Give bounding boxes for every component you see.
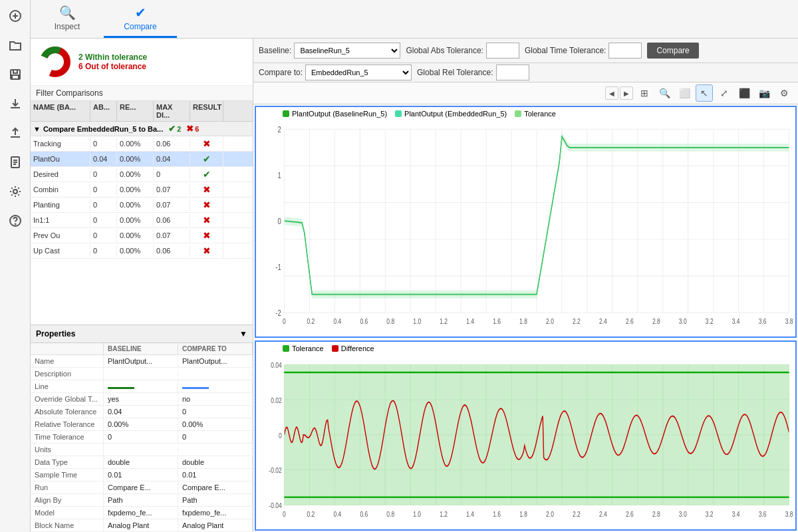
prop-label: Block Name [31, 519, 104, 531]
group-out-badge: ✖ 6 [186, 124, 199, 134]
cell-max: 0 [154, 168, 190, 180]
cursor-icon[interactable]: ↖ [696, 84, 713, 102]
props-rows-container: Name PlantOutput... PlantOutput... Descr… [31, 355, 253, 532]
svg-text:1.0: 1.0 [413, 509, 421, 517]
zoom-box-icon[interactable]: ⬜ [676, 84, 693, 102]
add-icon[interactable] [5, 5, 26, 27]
prev-arrow[interactable]: ◀ [605, 86, 618, 100]
props-row: Override Global T... yes no [31, 393, 253, 406]
cell-status: ✖ [190, 213, 223, 227]
cell-ab: 0 [90, 138, 117, 150]
legend2-difference: Difference [332, 344, 374, 352]
compare-button[interactable]: Compare [647, 43, 698, 59]
props-row: Units [31, 444, 253, 456]
svg-text:3.6: 3.6 [759, 317, 767, 325]
prop-compare-value: Path [178, 494, 253, 506]
table-row[interactable]: Desired 0 0.00% 0 ✔ [31, 167, 253, 182]
charts-area: PlantOutput (BaselineRun_5) PlantOutput … [253, 104, 798, 532]
cell-re: 0.00% [117, 245, 154, 257]
line-baseline-indicator [108, 387, 134, 389]
document-icon[interactable] [5, 152, 26, 173]
prop-compare-value: 0.00% [178, 418, 253, 430]
svg-text:2.4: 2.4 [599, 509, 607, 517]
cell-name: Prev Ou [31, 229, 90, 241]
svg-text:2.8: 2.8 [652, 509, 660, 517]
props-row: Sample Time 0.01 0.01 [31, 469, 253, 481]
svg-text:2.8: 2.8 [652, 317, 660, 325]
col-result: RESULT [190, 101, 223, 121]
svg-text:-0.04: -0.04 [269, 501, 282, 509]
svg-text:1: 1 [277, 171, 281, 180]
summary-donut [39, 45, 72, 78]
svg-text:3.8: 3.8 [785, 317, 793, 325]
download-icon[interactable] [5, 93, 26, 114]
global-abs-tol-input[interactable]: 0 [486, 43, 519, 59]
svg-text:0.4: 0.4 [333, 317, 341, 325]
svg-text:1.4: 1.4 [466, 509, 474, 517]
upload-icon[interactable] [5, 122, 26, 144]
prop-label: Units [31, 444, 104, 456]
prop-compare-value: no [178, 393, 253, 405]
global-rel-tol-input[interactable]: 0 [496, 65, 529, 80]
baseline-select[interactable]: BaselineRun_5 [294, 43, 400, 59]
svg-text:0.6: 0.6 [360, 317, 368, 325]
zoom-in-icon[interactable]: 🔍 [656, 84, 673, 102]
cross-icon: ✖ [203, 245, 211, 256]
next-arrow[interactable]: ▶ [620, 86, 633, 100]
svg-point-10 [13, 190, 17, 194]
svg-text:3.2: 3.2 [706, 509, 714, 517]
compare-to-select[interactable]: EmbeddedRun_5 [305, 65, 412, 80]
prop-label: Model [31, 507, 104, 519]
tab-compare[interactable]: ✔ Compare [104, 0, 177, 38]
gear-icon[interactable]: ⚙ [775, 84, 793, 102]
table-row[interactable]: Up Cast 0 0.00% 0.06 ✖ [31, 243, 253, 259]
properties-collapse-icon: ▼ [239, 329, 247, 338]
svg-text:2.0: 2.0 [546, 317, 554, 325]
cell-ab: 0 [90, 229, 117, 241]
svg-text:0: 0 [277, 217, 281, 225]
properties-header[interactable]: Properties ▼ [31, 325, 253, 343]
table-row[interactable]: PlantOu 0.04 0.00% 0.04 ✔ [31, 152, 253, 167]
cross-icon: ✖ [203, 184, 211, 195]
svg-text:2.6: 2.6 [626, 317, 634, 325]
prop-compare-value: Analog Plant [178, 519, 253, 531]
save-icon[interactable] [5, 64, 26, 85]
summary-area: 2 Within tolerance 6 Out of tolerance [31, 39, 253, 86]
chart2-legend: Tolerance Difference [283, 344, 374, 352]
cell-ab: 0 [90, 214, 117, 226]
help-icon[interactable] [5, 210, 26, 231]
svg-rect-5 [12, 75, 19, 79]
prop-baseline-value: double [104, 456, 178, 468]
cell-status: ✖ [190, 228, 223, 243]
chart2-svg: 0.040.020-0.02-0.0400.20.40.60.81.01.21.… [256, 342, 795, 529]
global-time-tol-input[interactable]: 0 [608, 43, 642, 59]
folder-icon[interactable] [5, 35, 26, 56]
tab-inspect[interactable]: 🔍 Inspect [31, 0, 104, 38]
legend-baseline-label: PlantOutput (BaselineRun_5) [292, 110, 387, 118]
svg-text:2.2: 2.2 [573, 509, 581, 517]
table-row[interactable]: In1:1 0 0.00% 0.06 ✖ [31, 213, 253, 228]
cell-max: 0.07 [154, 199, 190, 211]
chart-toolbar: Baseline: BaselineRun_5 Global Abs Toler… [253, 39, 798, 63]
settings-icon[interactable] [5, 181, 26, 202]
content-area: 2 Within tolerance 6 Out of tolerance Fi… [31, 39, 798, 532]
cell-name: Tracking [31, 138, 90, 150]
cell-ab: 0 [90, 245, 117, 257]
table-row[interactable]: Prev Ou 0 0.00% 0.07 ✖ [31, 228, 253, 243]
svg-text:2.4: 2.4 [599, 317, 607, 325]
svg-text:3.6: 3.6 [759, 509, 767, 517]
expand-icon[interactable]: ⤢ [716, 84, 733, 102]
table-group-row[interactable]: ▼ Compare EmbeddedRun_5 to Ba... ✔ 2 ✖ 6 [31, 122, 253, 136]
cell-status: ✔ [190, 167, 223, 182]
svg-text:3.4: 3.4 [732, 509, 740, 517]
table-row[interactable]: Combin 0 0.00% 0.07 ✖ [31, 182, 253, 198]
table-row[interactable]: Tracking 0 0.00% 0.06 ✖ [31, 136, 253, 152]
cell-name: PlantOu [31, 153, 90, 165]
prop-baseline-value: fxpdemo_fe... [104, 507, 178, 519]
filter-label: Filter Comparisons [31, 86, 253, 101]
fit-icon[interactable]: ⊞ [636, 84, 653, 102]
svg-text:1.8: 1.8 [519, 509, 527, 517]
window-icon[interactable]: ⬛ [735, 84, 753, 102]
table-row[interactable]: Planting 0 0.00% 0.07 ✖ [31, 198, 253, 213]
camera-icon[interactable]: 📷 [755, 84, 773, 102]
